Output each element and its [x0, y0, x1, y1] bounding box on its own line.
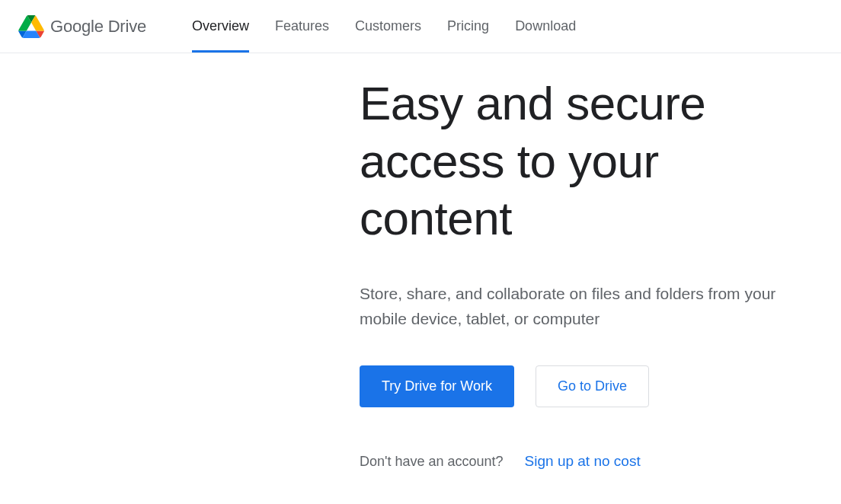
logo-text: Google Drive — [50, 17, 146, 37]
hero-title: Easy and secure access to your content — [360, 75, 823, 247]
cta-row: Try Drive for Work Go to Drive — [360, 365, 823, 407]
hero-subtitle: Store, share, and collaborate on files a… — [360, 281, 823, 332]
nav: Overview Features Customers Pricing Down… — [192, 0, 576, 53]
nav-overview[interactable]: Overview — [192, 0, 249, 53]
try-drive-work-button[interactable]: Try Drive for Work — [360, 365, 514, 407]
nav-customers[interactable]: Customers — [355, 0, 421, 53]
signup-question: Don't have an account? — [360, 454, 504, 470]
nav-download[interactable]: Download — [515, 0, 576, 53]
signup-link[interactable]: Sign up at no cost — [525, 453, 641, 470]
logo[interactable]: Google Drive — [18, 15, 146, 38]
go-to-drive-button[interactable]: Go to Drive — [536, 365, 649, 407]
nav-pricing[interactable]: Pricing — [447, 0, 489, 53]
header: Google Drive Overview Features Customers… — [0, 0, 841, 53]
nav-features[interactable]: Features — [275, 0, 329, 53]
drive-logo-icon — [18, 15, 44, 38]
main: Easy and secure access to your content S… — [0, 53, 841, 470]
signup-row: Don't have an account? Sign up at no cos… — [360, 453, 823, 470]
